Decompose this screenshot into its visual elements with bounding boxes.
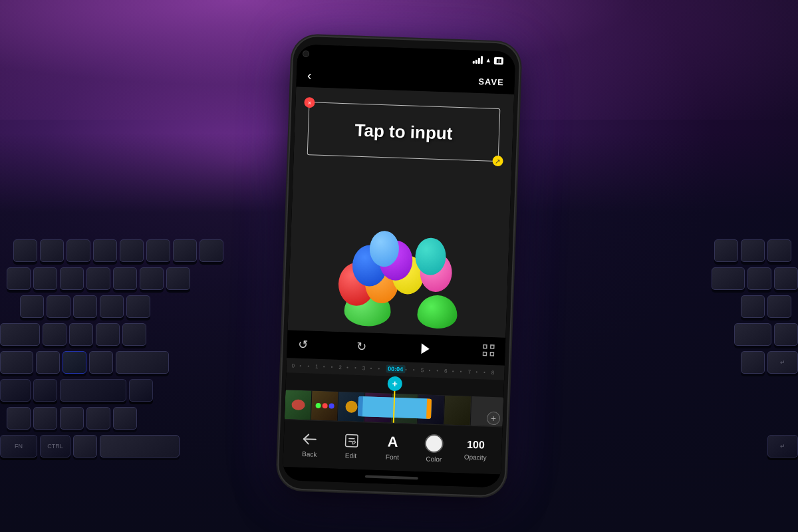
toolbar-font-button[interactable]: A Font [376, 433, 410, 462]
opacity-label: Opacity [464, 454, 487, 462]
playhead-plus-icon: + [392, 379, 398, 388]
color-label: Color [426, 456, 442, 464]
edit-icon [342, 432, 360, 450]
svg-rect-0 [483, 344, 487, 348]
keyboard-right: ↵ ↵ [585, 239, 798, 492]
home-bar [365, 475, 418, 479]
font-label: Font [386, 453, 399, 461]
opacity-value: 100 [467, 439, 485, 452]
video-preview[interactable]: × Tap to input ↗ [288, 86, 515, 337]
toolbar-back-button[interactable]: Back [293, 430, 327, 459]
signal-icon [473, 56, 483, 65]
track-area[interactable]: + [285, 372, 504, 426]
edit-label: Edit [345, 452, 357, 460]
bottom-toolbar: Back Edit A Font [283, 419, 502, 474]
back-label: Back [302, 450, 317, 458]
undo-button[interactable]: ↺ [297, 337, 308, 352]
close-handle[interactable]: × [304, 97, 315, 108]
phone: ▲ ▮▮ ‹ SAVE [278, 36, 520, 495]
current-time-display: 00:04 [386, 364, 405, 373]
fullscreen-button[interactable] [482, 344, 495, 358]
text-overlay-box[interactable]: × Tap to input ↗ [307, 102, 501, 162]
playhead: + [386, 376, 402, 424]
redo-button[interactable]: ↻ [356, 339, 367, 354]
toolbar-color-button[interactable]: Color [417, 434, 451, 464]
track-right-handle[interactable] [426, 399, 432, 419]
color-circle [425, 434, 444, 454]
add-track-button[interactable]: + [487, 412, 501, 426]
svg-rect-1 [491, 344, 494, 348]
play-icon [421, 343, 430, 354]
font-icon: A [384, 433, 402, 451]
toolbar-edit-button[interactable]: Edit [334, 432, 368, 460]
phone-screen: ▲ ▮▮ ‹ SAVE [283, 44, 516, 487]
toolbar-opacity-button[interactable]: 100 Opacity [459, 438, 493, 462]
playhead-line [393, 391, 396, 423]
back-button[interactable]: ‹ [307, 68, 312, 83]
overlay-text[interactable]: Tap to input [354, 120, 453, 144]
back-icon [301, 430, 319, 448]
playhead-circle: + [387, 376, 402, 392]
play-button[interactable] [415, 339, 434, 358]
status-icons: ▲ ▮▮ [473, 56, 503, 65]
svg-rect-3 [490, 352, 493, 355]
svg-rect-4 [345, 434, 358, 447]
balloons-cluster [331, 219, 467, 330]
timeline: 0 • • 1 • • 2 • • 3 • • 00:04 • [285, 358, 505, 426]
phone-body: ▲ ▮▮ ‹ SAVE [278, 36, 520, 495]
wifi-icon: ▲ [485, 57, 491, 63]
save-button[interactable]: SAVE [478, 76, 504, 87]
battery-icon: ▮▮ [494, 57, 503, 64]
svg-rect-2 [483, 352, 486, 355]
camera-notch [303, 51, 309, 57]
